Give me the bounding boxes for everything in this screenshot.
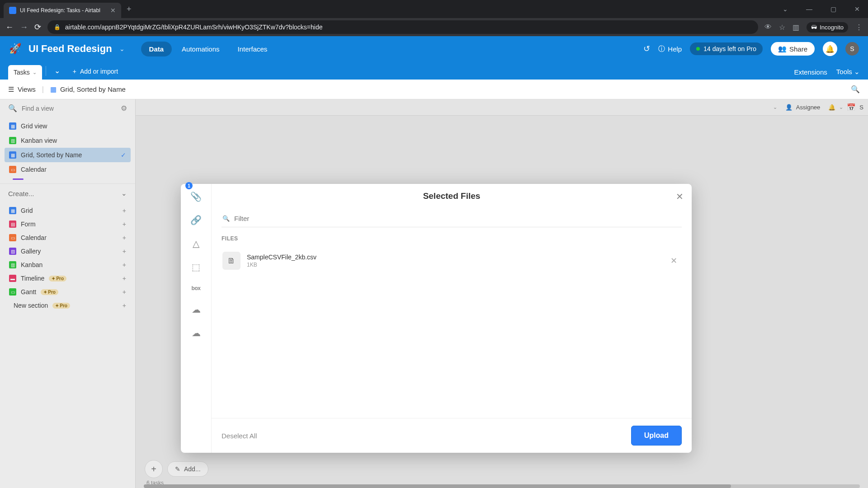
people-icon: 👥 [778,45,787,53]
maximize-icon[interactable]: ▢ [826,4,841,14]
status-dot-icon [696,47,700,51]
bell-icon: 🔔 [826,45,835,53]
view-bar: ☰ Views | ▦ Grid, Sorted by Name 🔍 [0,80,868,99]
extensions-link[interactable]: Extensions [794,68,827,76]
rocket-icon[interactable]: 🚀 [9,43,21,55]
close-icon[interactable]: ✕ [676,191,684,202]
plus-icon: + [73,68,76,75]
tabs-dropdown-icon[interactable]: ⌄ [778,4,793,14]
upload-button[interactable]: Upload [631,426,682,446]
toolbar-right: 👁 ☆ ▥ 🕶 Incognito ⋮ [764,22,863,33]
incognito-icon: 🕶 [811,24,817,31]
trial-label: 14 days left on Pro [703,45,756,52]
add-import-button[interactable]: + Add or import [68,64,123,79]
close-window-icon[interactable]: ✕ [850,4,864,14]
views-label: Views [18,85,36,93]
file-row[interactable]: 🗎 SampleCSVFile_2kb.csv 1KB ✕ [219,248,684,273]
trial-indicator[interactable]: 14 days left on Pro [690,42,763,55]
tab-close-icon[interactable]: ✕ [110,7,116,14]
google-drive-icon[interactable]: △ [193,238,199,249]
kebab-menu-icon[interactable]: ⋮ [855,23,863,32]
base-title[interactable]: UI Feed Redesign [28,43,112,55]
app-header: 🚀 UI Feed Redesign ⌄ Data Automations In… [0,36,868,61]
help-button[interactable]: ⓘ Help [658,45,682,53]
file-size: 1KB [247,262,660,268]
search-icon[interactable]: 🔍 [851,85,860,94]
tools-link[interactable]: Tools ⌄ [836,68,860,76]
eye-off-icon[interactable]: 👁 [764,23,772,31]
minimize-icon[interactable]: ― [802,4,817,14]
avatar-initial: S [850,45,854,52]
modal-footer: Deselect All Upload [212,418,692,453]
airtable-favicon [9,7,16,14]
window-controls: ⌄ ― ▢ ✕ [778,4,864,14]
extensions-icon[interactable]: ▥ [793,23,799,32]
table-tabs: Tasks ⌄ ⌄ + Add or import Extensions Too… [0,61,868,80]
nav-automations[interactable]: Automations [174,42,227,56]
help-icon: ⓘ [658,45,665,53]
current-view[interactable]: ▦ Grid, Sorted by Name [50,85,126,94]
url-text: airtable.com/appnB2PYqtdgiMrZG/tbliXpR4Z… [65,23,322,31]
search-icon: 🔍 [222,215,230,222]
chevron-down-icon[interactable]: ⌄ [33,70,37,75]
star-icon[interactable]: ☆ [779,23,785,32]
current-view-label: Grid, Sorted by Name [60,85,126,93]
address-bar[interactable]: 🔒 airtable.com/appnB2PYqtdgiMrZG/tbliXpR… [47,20,758,34]
files-section-label: FILES [222,235,682,242]
reload-icon[interactable]: ⟳ [34,22,41,32]
selected-count-badge: 1 [185,182,193,189]
tab-title: UI Feed Redesign: Tasks - Airtabl [20,7,107,14]
attachment-icon[interactable]: 📎 [190,191,202,202]
history-icon[interactable]: ↺ [643,44,650,54]
table-tab-tasks[interactable]: Tasks ⌄ [8,65,42,80]
tab-separator [46,66,46,76]
dropbox-icon[interactable]: ⬚ [192,262,200,272]
header-right: ↺ ⓘ Help 14 days left on Pro 👥 Share 🔔 S [643,42,859,56]
document-icon: 🗎 [222,252,241,270]
share-button[interactable]: 👥 Share [771,42,815,56]
header-nav: Data Automations Interfaces [141,42,276,56]
view-bar-separator: | [42,85,44,94]
remove-file-icon[interactable]: ✕ [667,254,681,267]
table-list-dropdown[interactable]: ⌄ [50,63,65,79]
help-label: Help [668,45,682,53]
incognito-label: Incognito [820,24,844,31]
incognito-indicator[interactable]: 🕶 Incognito [807,22,848,33]
browser-toolbar: ← → ⟳ 🔒 airtable.com/appnB2PYqtdgiMrZG/t… [0,18,868,36]
nav-interfaces[interactable]: Interfaces [230,42,276,56]
forward-icon[interactable]: → [20,23,28,32]
modal-title: Selected Files [423,191,481,201]
file-info: SampleCSVFile_2kb.csv 1KB [247,253,660,268]
deselect-all-button[interactable]: Deselect All [222,432,257,440]
filter-input[interactable] [234,213,681,224]
upload-modal: 1 📎 🔗 △ ⬚ box ☁ ☁ Selected Files ✕ 🔍 FIL… [181,184,692,453]
grid-icon: ▦ [50,85,57,94]
upload-modal-main: Selected Files ✕ 🔍 FILES 🗎 SampleCSVFile… [212,184,692,453]
back-icon[interactable]: ← [5,23,14,32]
share-label: Share [789,45,807,53]
base-dropdown-icon[interactable]: ⌄ [119,45,125,52]
file-name: SampleCSVFile_2kb.csv [247,253,660,261]
onedrive-business-icon[interactable]: ☁ [192,328,201,338]
tabs-right: Extensions Tools ⌄ [794,68,860,80]
link-icon[interactable]: 🔗 [190,215,202,225]
nav-data[interactable]: Data [141,42,172,56]
modal-header: Selected Files ✕ [212,184,692,208]
views-toggle[interactable]: ☰ Views [8,85,36,94]
onedrive-icon[interactable]: ☁ [192,304,201,315]
browser-tab-strip: UI Feed Redesign: Tasks - Airtabl ✕ + ⌄ … [0,0,868,18]
add-import-label: Add or import [80,68,118,75]
notifications-button[interactable]: 🔔 [823,42,837,56]
tab-label: Tasks [14,69,30,76]
lock-icon: 🔒 [54,24,61,30]
box-icon[interactable]: box [192,285,201,291]
new-tab-button[interactable]: + [127,5,132,14]
main: 🔍 ⚙ ▦ Grid view ▥ Kanban view ▦ Grid, So… [0,99,868,488]
avatar[interactable]: S [845,42,859,56]
filter-row: 🔍 [222,210,682,227]
hamburger-icon: ☰ [8,85,14,94]
upload-source-sidebar: 1 📎 🔗 △ ⬚ box ☁ ☁ [181,184,212,453]
browser-tab[interactable]: UI Feed Redesign: Tasks - Airtabl ✕ [4,3,121,18]
